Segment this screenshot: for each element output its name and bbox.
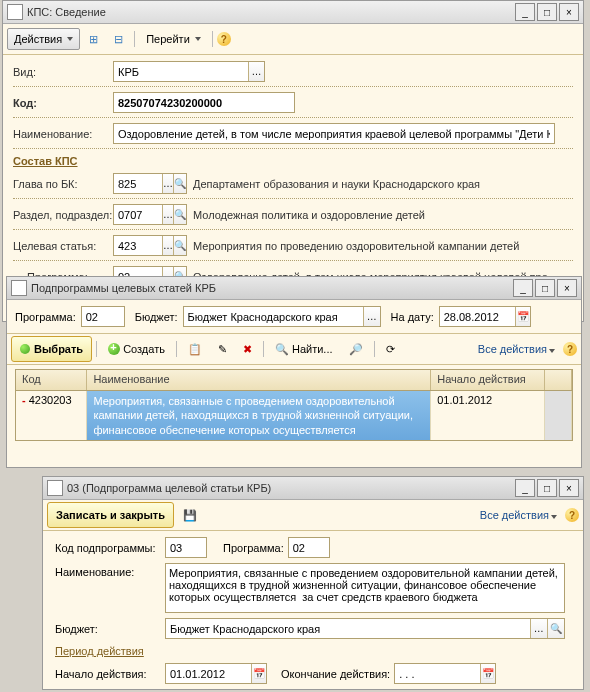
search-icon[interactable]: 🔍 (173, 236, 186, 255)
window-icon (7, 4, 23, 20)
help-icon[interactable]: ? (565, 508, 579, 522)
naim-input[interactable] (113, 123, 555, 144)
prog-input[interactable] (288, 537, 330, 558)
vid-input[interactable]: … (113, 61, 265, 82)
row-name: Мероприятия, связанные с проведением озд… (87, 391, 431, 440)
titlebar: Подпрограммы целевых статей КРБ _ □ × (7, 277, 581, 300)
window-kps: КПС: Сведение _ □ × Действия ⊞ ⊟ Перейти… (2, 0, 584, 322)
action-toolbar: Выбрать Создать 📋 ✎ ✖ 🔍Найти... 🔎 ⟳ Все … (7, 334, 581, 365)
help-icon[interactable]: ? (563, 342, 577, 356)
close-button[interactable]: × (559, 3, 579, 21)
row-code: 4230203 (29, 394, 72, 406)
save-icon[interactable]: 💾 (176, 504, 204, 526)
refresh-icon[interactable]: ⟳ (379, 338, 402, 360)
window-subprogram-edit: 03 (Подпрограмма целевой статьи КРБ) _ □… (42, 476, 584, 690)
window-title: Подпрограммы целевых статей КРБ (31, 282, 513, 294)
toolbar-icon-2[interactable]: ⊟ (107, 28, 130, 50)
naim-label: Наименование: (13, 128, 113, 140)
window-icon (47, 480, 63, 496)
clear-find-icon[interactable]: 🔎 (342, 338, 370, 360)
prog-input[interactable] (81, 306, 125, 327)
glava-label: Глава по БК: (13, 178, 113, 190)
period-title: Период действия (55, 645, 571, 657)
go-dropdown[interactable]: Перейти (139, 28, 208, 50)
naim-label: Наименование: (55, 563, 165, 578)
titlebar: КПС: Сведение _ □ × (3, 1, 583, 24)
minimize-button[interactable]: _ (513, 279, 533, 297)
glava-desc: Департамент образования и науки Краснода… (193, 178, 480, 190)
naim-input[interactable]: Мероприятия, связанные с проведением озд… (166, 564, 564, 612)
window-icon (11, 280, 27, 296)
toolbar-icon-1[interactable]: ⊞ (82, 28, 105, 50)
close-button[interactable]: × (557, 279, 577, 297)
th-code[interactable]: Код (16, 370, 87, 390)
kod-input[interactable] (113, 92, 295, 113)
budget-label: Бюджет: (135, 311, 178, 323)
minimize-button[interactable]: _ (515, 3, 535, 21)
end-input[interactable]: 📅 (394, 663, 496, 684)
kod-input[interactable] (165, 537, 207, 558)
prog-label: Программа: (15, 311, 76, 323)
budget-input[interactable]: …🔍 (165, 618, 565, 639)
select-button[interactable]: Выбрать (11, 336, 92, 362)
budget-input[interactable]: … (183, 306, 381, 327)
row-date: 01.01.2012 (431, 391, 545, 440)
row-icon: - (22, 394, 26, 406)
calendar-icon[interactable]: 📅 (515, 307, 530, 326)
statya-input[interactable]: …🔍 (113, 235, 187, 256)
select-btn[interactable]: … (248, 62, 264, 81)
search-icon[interactable]: 🔍 (547, 619, 564, 638)
window-subprograms: Подпрограммы целевых статей КРБ _ □ × Пр… (6, 276, 582, 468)
razdel-input[interactable]: …🔍 (113, 204, 187, 225)
action-toolbar: Записать и закрыть 💾 Все действия ? (43, 500, 583, 531)
razdel-label: Раздел, подраздел: (13, 209, 113, 221)
filter-bar: Программа: Бюджет: … На дату: 📅 (7, 300, 581, 334)
save-close-button[interactable]: Записать и закрыть (47, 502, 174, 528)
vid-label: Вид: (13, 66, 113, 78)
budget-label: Бюджет: (55, 623, 165, 635)
th-name[interactable]: Наименование (87, 370, 431, 390)
razdel-desc: Молодежная политика и оздоровление детей (193, 209, 425, 221)
actions-dropdown[interactable]: Действия (7, 28, 80, 50)
calendar-icon[interactable]: 📅 (251, 664, 266, 683)
subprogram-table: Код Наименование Начало действия - 42302… (15, 369, 573, 441)
statya-desc: Мероприятия по проведению оздоровительно… (193, 240, 519, 252)
titlebar: 03 (Подпрограмма целевой статьи КРБ) _ □… (43, 477, 583, 500)
glava-input[interactable]: …🔍 (113, 173, 187, 194)
kod-label: Код подпрограммы: (55, 542, 165, 554)
window-title: КПС: Сведение (27, 6, 515, 18)
all-actions-link[interactable]: Все действия (480, 509, 557, 521)
maximize-button[interactable]: □ (537, 479, 557, 497)
toolbar-icon[interactable]: 📋 (181, 338, 209, 360)
minimize-button[interactable]: _ (515, 479, 535, 497)
table-row[interactable]: - 4230203 Мероприятия, связанные с прове… (16, 391, 572, 440)
find-button[interactable]: 🔍Найти... (268, 338, 340, 360)
search-icon[interactable]: 🔍 (173, 205, 186, 224)
toolbar: Действия ⊞ ⊟ Перейти ? (3, 24, 583, 55)
ellipsis-btn[interactable]: … (162, 174, 173, 193)
all-actions-link[interactable]: Все действия (478, 343, 555, 355)
section-title: Состав КПС (13, 155, 573, 167)
th-scroll (545, 370, 572, 390)
close-button[interactable]: × (559, 479, 579, 497)
prog-label: Программа: (223, 542, 284, 554)
create-button[interactable]: Создать (101, 338, 172, 360)
th-startdate[interactable]: Начало действия (431, 370, 545, 390)
statya-label: Целевая статья: (13, 240, 113, 252)
end-label: Окончание действия: (281, 668, 390, 680)
window-title: 03 (Подпрограмма целевой статьи КРБ) (67, 482, 515, 494)
delete-icon[interactable]: ✖ (236, 338, 259, 360)
edit-icon[interactable]: ✎ (211, 338, 234, 360)
date-input[interactable]: 📅 (439, 306, 531, 327)
help-icon[interactable]: ? (217, 32, 231, 46)
date-label: На дату: (391, 311, 434, 323)
maximize-button[interactable]: □ (535, 279, 555, 297)
calendar-icon[interactable]: 📅 (480, 664, 495, 683)
kod-label: Код: (13, 97, 113, 109)
start-input[interactable]: 📅 (165, 663, 267, 684)
start-label: Начало действия: (55, 668, 165, 680)
maximize-button[interactable]: □ (537, 3, 557, 21)
search-icon[interactable]: 🔍 (173, 174, 186, 193)
